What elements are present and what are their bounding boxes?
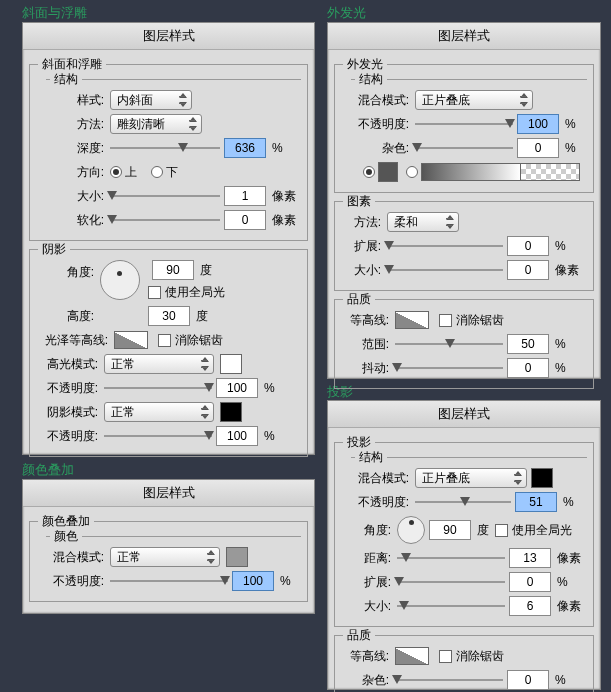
label-angle: 角度: xyxy=(36,264,94,281)
label-opacity-og: 不透明度: xyxy=(351,116,409,133)
gloss-contour-swatch[interactable] xyxy=(114,331,148,349)
slider-opacity-og[interactable] xyxy=(415,117,513,131)
glow-gradient-swatch[interactable] xyxy=(421,163,521,181)
angle-dial[interactable] xyxy=(100,260,140,300)
unit-percent: % xyxy=(272,141,283,155)
select-method[interactable]: 雕刻清晰 xyxy=(110,114,202,134)
label-size-ds: 大小: xyxy=(351,598,391,615)
title-coloroverlay: 颜色叠加 xyxy=(22,461,74,479)
structure-label: 结构 xyxy=(50,71,82,88)
input-size[interactable]: 1 xyxy=(224,186,266,206)
label-shadowmode: 阴影模式: xyxy=(36,404,98,421)
quality-label-og: 品质 xyxy=(343,291,375,308)
input-altitude[interactable]: 30 xyxy=(148,306,190,326)
slider-hi-opacity[interactable] xyxy=(104,381,212,395)
slider-jitter-og[interactable] xyxy=(395,361,503,375)
color-label: 颜色 xyxy=(50,528,82,545)
check-antialias[interactable] xyxy=(158,334,171,347)
label-antialias: 消除锯齿 xyxy=(175,332,223,349)
input-hi-opacity[interactable]: 100 xyxy=(216,378,258,398)
select-method-og[interactable]: 柔和 xyxy=(387,212,459,232)
label-spread-og: 扩展: xyxy=(341,238,381,255)
unit-deg: 度 xyxy=(196,308,208,325)
radio-down[interactable] xyxy=(151,166,163,178)
shadow-section-label: 阴影 xyxy=(38,241,70,258)
select-blend-og[interactable]: 正片叠底 xyxy=(415,90,533,110)
radio-gradient-og[interactable] xyxy=(406,166,418,178)
select-blend-co[interactable]: 正常 xyxy=(110,547,220,567)
slider-noise-og[interactable] xyxy=(415,141,513,155)
slider-size-og[interactable] xyxy=(387,263,503,277)
label-size: 大小: xyxy=(46,188,104,205)
label-global-ds: 使用全局光 xyxy=(512,522,572,539)
check-global-ds[interactable] xyxy=(495,524,508,537)
input-depth[interactable]: 636 xyxy=(224,138,266,158)
input-soften[interactable]: 0 xyxy=(224,210,266,230)
label-opacity-sh: 不透明度: xyxy=(36,428,98,445)
ds-color-swatch[interactable] xyxy=(531,468,553,488)
slider-distance-ds[interactable] xyxy=(397,551,505,565)
input-opacity-og[interactable]: 100 xyxy=(517,114,559,134)
highlight-color-swatch[interactable] xyxy=(220,354,242,374)
label-global-light: 使用全局光 xyxy=(165,284,225,301)
slider-range-og[interactable] xyxy=(395,337,503,351)
label-range-og: 范围: xyxy=(341,336,389,353)
radio-up[interactable] xyxy=(110,166,122,178)
unit-deg: 度 xyxy=(200,262,212,279)
input-opacity-ds[interactable]: 51 xyxy=(515,492,557,512)
label-opacity-ds: 不透明度: xyxy=(351,494,409,511)
input-noise-og[interactable]: 0 xyxy=(517,138,559,158)
slider-opacity-ds[interactable] xyxy=(415,495,511,509)
contour-swatch-og[interactable] xyxy=(395,311,429,329)
input-noise-ds[interactable]: 0 xyxy=(507,670,549,690)
angle-dial-ds[interactable] xyxy=(397,516,425,544)
panel-coloroverlay: 图层样式 颜色叠加 颜色 混合模式: 正常 不透明度: 100 % xyxy=(22,479,315,614)
slider-size[interactable] xyxy=(110,189,220,203)
input-angle[interactable]: 90 xyxy=(152,260,194,280)
slider-soften[interactable] xyxy=(110,213,220,227)
slider-spread-ds[interactable] xyxy=(397,575,505,589)
slider-spread-og[interactable] xyxy=(387,239,503,253)
label-gloss: 光泽等高线: xyxy=(36,332,108,349)
unit-px: 像素 xyxy=(272,212,296,229)
input-size-ds[interactable]: 6 xyxy=(509,596,551,616)
input-opacity-co[interactable]: 100 xyxy=(232,571,274,591)
check-antialias-ds[interactable] xyxy=(439,650,452,663)
label-jitter-og: 抖动: xyxy=(341,360,389,377)
input-jitter-og[interactable]: 0 xyxy=(507,358,549,378)
panel-header: 图层样式 xyxy=(328,401,600,428)
label-noise-og: 杂色: xyxy=(351,140,409,157)
input-spread-og[interactable]: 0 xyxy=(507,236,549,256)
label-highlight: 高光模式: xyxy=(36,356,98,373)
select-style[interactable]: 内斜面 xyxy=(110,90,192,110)
contour-swatch-ds[interactable] xyxy=(395,647,429,665)
glow-color-swatch[interactable] xyxy=(378,162,398,182)
slider-size-ds[interactable] xyxy=(397,599,505,613)
slider-opacity-co[interactable] xyxy=(110,574,228,588)
input-spread-ds[interactable]: 0 xyxy=(509,572,551,592)
title-outerglow: 外发光 xyxy=(327,4,366,22)
label-depth: 深度: xyxy=(46,140,104,157)
label-down: 下 xyxy=(166,164,178,181)
check-antialias-og[interactable] xyxy=(439,314,452,327)
overlay-color-swatch[interactable] xyxy=(226,547,248,567)
slider-depth[interactable] xyxy=(110,141,220,155)
input-range-og[interactable]: 50 xyxy=(507,334,549,354)
label-antialias-og: 消除锯齿 xyxy=(456,312,504,329)
label-soften: 软化: xyxy=(46,212,104,229)
label-method: 方法: xyxy=(46,116,104,133)
elements-label: 图素 xyxy=(343,193,375,210)
select-blend-ds[interactable]: 正片叠底 xyxy=(415,468,527,488)
select-highlight-mode[interactable]: 正常 xyxy=(104,354,214,374)
input-angle-ds[interactable]: 90 xyxy=(429,520,471,540)
slider-sh-opacity[interactable] xyxy=(104,429,212,443)
check-global-light[interactable] xyxy=(148,286,161,299)
slider-noise-ds[interactable] xyxy=(395,673,503,687)
select-shadow-mode[interactable]: 正常 xyxy=(104,402,214,422)
input-size-og[interactable]: 0 xyxy=(507,260,549,280)
radio-color-og[interactable] xyxy=(363,166,375,178)
input-sh-opacity[interactable]: 100 xyxy=(216,426,258,446)
shadow-color-swatch[interactable] xyxy=(220,402,242,422)
glow-gradient-alpha xyxy=(520,163,580,181)
input-distance-ds[interactable]: 13 xyxy=(509,548,551,568)
